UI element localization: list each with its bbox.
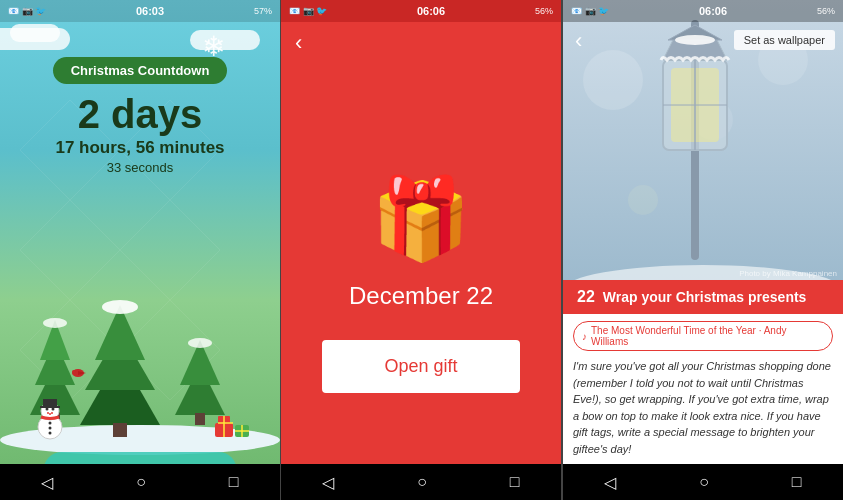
nav-bar-1: ◁ ○ □: [0, 464, 280, 500]
gift-emoji: 🎁: [371, 172, 471, 266]
recent-nav-3[interactable]: □: [792, 473, 802, 491]
clock-1: 06:03: [136, 5, 164, 17]
notification-icons-2: 📧 📷 🐦: [289, 6, 327, 16]
panel-2-nav: ‹: [281, 22, 561, 64]
christmas-countdown-badge: Christmas Countdown: [53, 57, 228, 84]
status-bar-1: 📧 📷 🐦 06:03 57%: [0, 0, 280, 22]
svg-point-47: [628, 185, 658, 215]
battery-2: 56%: [535, 6, 553, 16]
home-nav-2[interactable]: ○: [417, 473, 427, 491]
status-icons-left-3: 📧 📷 🐦: [571, 6, 609, 16]
battery-1: 57%: [254, 6, 272, 16]
panel-3-nav: ‹ Set as wallpaper: [563, 22, 843, 60]
photo-credit: Photo by Mika Kamppainen: [739, 269, 837, 278]
back-arrow-3[interactable]: ‹: [575, 28, 582, 54]
article-number: 22: [577, 288, 595, 306]
panel-2-body: 🎁 December 22 Open gift: [281, 64, 561, 500]
back-nav-1[interactable]: ◁: [41, 473, 53, 492]
panel-christmas-countdown: 📧 📷 🐦 06:03 57% ❄: [0, 0, 280, 500]
nav-bar-3: ◁ ○ □: [563, 464, 843, 500]
status-bar-3: 📧 📷 🐦 06:06 56%: [563, 0, 843, 22]
status-icons-right-2: 56%: [535, 6, 553, 16]
article-title: Wrap your Christmas presents: [603, 289, 807, 305]
seconds-display: 33 seconds: [107, 160, 174, 175]
status-icons-right-3: 56%: [817, 6, 835, 16]
days-display: 2 days: [78, 92, 203, 136]
article-body: I'm sure you've got all your Christmas s…: [563, 358, 843, 457]
clock-2: 06:06: [417, 5, 445, 17]
recent-nav-1[interactable]: □: [229, 473, 239, 491]
song-badge: ♪ The Most Wonderful Time of the Year · …: [573, 321, 833, 351]
panel-1-body: Christmas Countdown 2 days 17 hours, 56 …: [0, 22, 280, 500]
home-nav-1[interactable]: ○: [136, 473, 146, 491]
back-nav-3[interactable]: ◁: [604, 473, 616, 492]
status-icons-right-1: 57%: [254, 6, 272, 16]
panel-article: 📧 📷 🐦 06:06 56%: [562, 0, 843, 500]
song-label: The Most Wonderful Time of the Year · An…: [591, 325, 824, 347]
music-icon: ♪: [582, 331, 587, 342]
battery-3: 56%: [817, 6, 835, 16]
status-icons-left-2: 📧 📷 🐦: [289, 6, 327, 16]
open-gift-button[interactable]: Open gift: [322, 340, 519, 393]
nav-bar-2: ◁ ○ □: [281, 464, 561, 500]
notification-icons-3: 📧 📷 🐦: [571, 6, 609, 16]
hours-minutes-display: 17 hours, 56 minutes: [55, 138, 224, 158]
date-label: December 22: [349, 282, 493, 310]
article-header: 22 Wrap your Christmas presents: [563, 280, 843, 314]
home-nav-3[interactable]: ○: [699, 473, 709, 491]
status-bar-2: 📧 📷 🐦 06:06 56%: [281, 0, 561, 22]
set-wallpaper-button[interactable]: Set as wallpaper: [734, 30, 835, 50]
status-icons-left-1: 📧 📷 🐦: [8, 6, 46, 16]
article-song: ♪ The Most Wonderful Time of the Year · …: [573, 321, 833, 351]
back-nav-2[interactable]: ◁: [322, 473, 334, 492]
clock-3: 06:06: [699, 5, 727, 17]
panel-gift: 📧 📷 🐦 06:06 56% ‹ 🎁 December 22 Open gif…: [280, 0, 562, 500]
recent-nav-2[interactable]: □: [510, 473, 520, 491]
notification-icons-1: 📧 📷 🐦: [8, 6, 46, 16]
back-arrow-2[interactable]: ‹: [295, 30, 302, 56]
